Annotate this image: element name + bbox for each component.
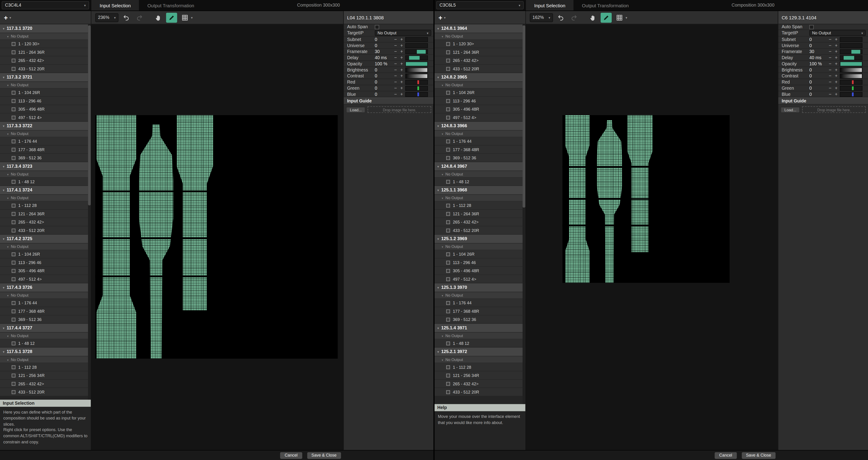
decrement-button[interactable]: −: [393, 49, 399, 54]
tree-item[interactable]: 1 - 176 44: [0, 299, 91, 307]
redo-button[interactable]: [134, 12, 145, 23]
tree-item[interactable]: 177 - 368 48R: [435, 146, 525, 154]
tree-group-header[interactable]: ▾ 124.8.3 3966: [435, 122, 525, 131]
save-close-button[interactable]: Save & Close: [741, 452, 775, 459]
tree-item[interactable]: 1 - 120 30>: [0, 40, 91, 48]
image-drop-zone[interactable]: Drop image file here.: [802, 106, 866, 113]
decrement-button[interactable]: −: [393, 79, 399, 85]
increment-button[interactable]: +: [399, 49, 405, 54]
tree-item[interactable]: 433 - 512 20R: [435, 388, 525, 396]
tree-group-output-row[interactable]: ▾ No Output: [0, 82, 91, 89]
property-value[interactable]: 40 ms: [809, 55, 827, 60]
composition-rect[interactable]: [562, 115, 730, 283]
tree-item[interactable]: 497 - 512 4>: [0, 275, 91, 283]
increment-button[interactable]: +: [399, 36, 405, 42]
tree-group-output-row[interactable]: ▾ No Output: [435, 195, 525, 202]
target-ip-dropdown[interactable]: No Output ▾: [809, 30, 866, 36]
decrement-button[interactable]: −: [827, 73, 833, 79]
tree-item[interactable]: 305 - 496 48R: [435, 105, 525, 113]
property-slider[interactable]: [405, 61, 428, 66]
property-slider[interactable]: [840, 55, 863, 60]
tree-item[interactable]: 369 - 512 36: [435, 315, 525, 324]
increment-button[interactable]: +: [833, 91, 839, 97]
tree-group-output-row[interactable]: ▾ No Output: [435, 292, 525, 299]
property-slider[interactable]: [840, 37, 863, 42]
tree-item[interactable]: 265 - 432 42>: [0, 57, 91, 65]
property-slider[interactable]: [405, 73, 428, 78]
collapse-icon[interactable]: ▾: [437, 286, 439, 289]
collapse-icon[interactable]: ▾: [437, 124, 439, 128]
auto-span-checkbox[interactable]: [809, 25, 814, 29]
tree-item[interactable]: 1 - 104 26R: [0, 89, 91, 97]
increment-button[interactable]: +: [833, 49, 839, 54]
led-structure-right-column[interactable]: [627, 115, 653, 252]
tree-group-header[interactable]: ▾ 117.4.1 3724: [0, 186, 91, 195]
increment-button[interactable]: +: [833, 85, 839, 91]
decrement-button[interactable]: −: [827, 79, 833, 85]
tree-item[interactable]: 433 - 512 20R: [0, 226, 91, 235]
tree-group-output-row[interactable]: ▾ No Output: [435, 333, 525, 339]
tree-item[interactable]: 433 - 512 20R: [0, 388, 91, 396]
tree-group-header[interactable]: ▾ 117.4.3 3726: [0, 283, 91, 292]
tree-group-header[interactable]: ▾ 117.4.2 3725: [0, 235, 91, 244]
tree-group-output-row[interactable]: ▾ No Output: [0, 33, 91, 40]
tree-group-output-row[interactable]: ▾ No Output: [0, 131, 91, 137]
property-value[interactable]: 0: [375, 86, 393, 91]
increment-button[interactable]: +: [399, 79, 405, 85]
property-slider[interactable]: [405, 80, 428, 85]
property-value[interactable]: 0: [809, 37, 827, 42]
property-value[interactable]: 0: [809, 73, 827, 78]
decrement-button[interactable]: −: [393, 61, 399, 66]
decrement-button[interactable]: −: [827, 36, 833, 42]
tree-group-output-row[interactable]: ▾ No Output: [0, 244, 91, 250]
tree-item[interactable]: 1 - 176 44: [0, 137, 91, 146]
collapse-icon[interactable]: ▾: [3, 350, 4, 354]
tree-group-header[interactable]: ▾ 125.1.3 3970: [435, 283, 525, 292]
tree-item[interactable]: 1 - 176 44: [435, 137, 525, 146]
decrement-button[interactable]: −: [827, 67, 833, 72]
collapse-icon[interactable]: ▾: [3, 286, 4, 289]
tree-item[interactable]: 497 - 512 4>: [0, 114, 91, 122]
device-dropdown[interactable]: C3C6L5 ▾: [436, 1, 524, 9]
grid-options-button[interactable]: [614, 12, 625, 23]
collapse-icon[interactable]: ▾: [3, 164, 4, 168]
property-slider[interactable]: [840, 92, 863, 96]
collapse-icon[interactable]: ▾: [437, 75, 439, 79]
increment-button[interactable]: +: [833, 36, 839, 42]
scrollbar-thumb[interactable]: [523, 26, 525, 208]
property-value[interactable]: 40 ms: [375, 55, 393, 60]
undo-button[interactable]: [555, 12, 566, 23]
tree-item[interactable]: 305 - 496 48R: [0, 105, 91, 113]
pan-tool-button[interactable]: [153, 12, 164, 23]
tree-item[interactable]: 1 - 48 12: [0, 339, 91, 347]
tab-input-selection[interactable]: Input Selection: [526, 0, 574, 10]
tree-item[interactable]: 265 - 432 42>: [0, 218, 91, 226]
decrement-button[interactable]: −: [827, 91, 833, 97]
decrement-button[interactable]: −: [827, 61, 833, 66]
increment-button[interactable]: +: [833, 42, 839, 48]
tree-group-header[interactable]: ▾ 124.8.1 3964: [435, 24, 525, 33]
tree-group-header[interactable]: ▾ 117.3.4 3723: [0, 162, 91, 171]
collapse-icon[interactable]: ▾: [3, 27, 4, 31]
tree-item[interactable]: 121 - 264 36R: [435, 48, 525, 57]
increment-button[interactable]: +: [399, 91, 405, 97]
increment-button[interactable]: +: [399, 55, 405, 60]
decrement-button[interactable]: −: [393, 85, 399, 91]
tree-group-output-row[interactable]: ▾ No Output: [0, 171, 91, 178]
tree-item[interactable]: 1 - 104 26R: [435, 250, 525, 258]
tree-group-output-row[interactable]: ▾ No Output: [435, 82, 525, 89]
led-structure-left-column[interactable]: [96, 115, 136, 359]
highlight-tool-button[interactable]: [166, 12, 177, 23]
tree-group-output-row[interactable]: ▾ No Output: [0, 292, 91, 299]
property-value[interactable]: 0: [375, 43, 393, 48]
tree-scrollbar[interactable]: [523, 24, 525, 404]
decrement-button[interactable]: −: [393, 91, 399, 97]
decrement-button[interactable]: −: [393, 67, 399, 72]
led-structure-middle-spindle[interactable]: [139, 124, 173, 359]
increment-button[interactable]: +: [833, 67, 839, 72]
property-slider[interactable]: [840, 61, 863, 66]
collapse-icon[interactable]: ▾: [3, 237, 4, 241]
save-close-button[interactable]: Save & Close: [307, 452, 341, 459]
decrement-button[interactable]: −: [393, 55, 399, 60]
increment-button[interactable]: +: [399, 85, 405, 91]
